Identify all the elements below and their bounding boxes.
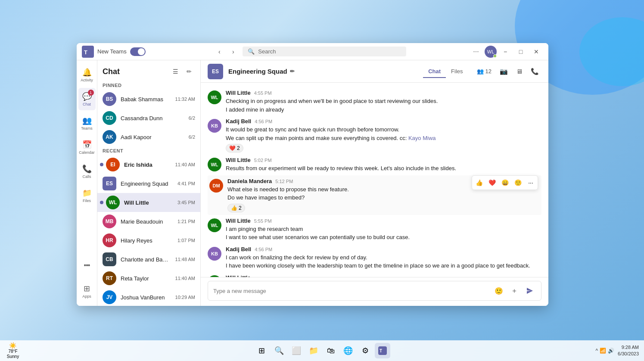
react-laugh[interactable]: 😄 [499,177,511,189]
taskbar-center: ⊞ 🔍 ⬜ 📁 🛍 🌐 ⚙ T [254,343,390,358]
maximize-button[interactable]: □ [514,45,528,59]
tab-chat[interactable]: Chat [423,65,446,78]
sidebar-item-chat[interactable]: 💬 1 Chat [78,88,96,110]
svg-text:T: T [380,349,382,353]
msg-avatar-will-1: WL [208,90,221,104]
mention-kayo[interactable]: Kayo Miwa [408,135,436,141]
taskbar-store-button[interactable]: 🛍 [323,343,339,358]
chat-time-hilary: 1:07 PM [177,238,195,243]
chat-item-hilary[interactable]: HR Hilary Reyes 1:07 PM [97,231,200,250]
chat-info-reta: Reta Taylor [121,275,171,282]
taskbar: ☀️ 78°F Sunny ⊞ 🔍 ⬜ 📁 🛍 🌐 ⚙ T ^ 📶 🔊 9:28… [0,340,644,361]
tab-files[interactable]: Files [446,65,468,78]
send-button[interactable] [524,285,536,297]
sidebar-item-calls[interactable]: 📞 Calls [78,160,96,183]
chat-info-engineering-squad: Engineering Squad [121,180,173,187]
react-heart[interactable]: ❤️ [486,177,498,189]
avatar-aadi: AK [103,130,116,144]
participants-button[interactable]: 👥 12 [473,66,495,76]
chat-info-marie: Marie Beaudouin [121,218,173,225]
sidebar-item-apps[interactable]: ⊞ Apps [78,280,96,302]
reaction-2[interactable]: ❤️ 2 [226,144,243,152]
msg-avatar-kadij-1: KB [208,119,221,133]
message-4: DM Daniela Mandera 5:12 PM What else is … [208,175,541,215]
close-button[interactable]: ✕ [529,45,543,59]
activity-icon: 🔔 [82,68,92,77]
forward-button[interactable]: › [227,46,239,58]
sidebar-item-calendar[interactable]: 📅 Calendar [78,136,96,159]
volume-icon[interactable]: 🔊 [608,348,614,354]
avatar-cassandra: CD [103,111,116,125]
chat-name-eric: Eric Ishida [124,162,171,168]
chat-item-aadi[interactable]: AK Aadi Kapoor 6/2 [97,128,200,146]
taskbar-windows-button[interactable]: ⊞ [254,343,270,358]
more-options-button[interactable]: ··· [469,45,483,59]
chat-item-will[interactable]: WL Will Little 3:45 PM [97,193,200,212]
sidebar-item-teams[interactable]: 👥 Teams [78,112,96,134]
msg-content-5: Will Little 5:55 PM I am pinging the res… [226,218,541,242]
message-action-bar-4: 👍 ❤️ 😄 🙂 ··· [472,175,538,190]
taskbar-weather[interactable]: ☀️ 78°F Sunny [5,343,21,358]
edit-name-icon[interactable]: ✏ [290,68,295,75]
taskbar-teams-button[interactable]: T [375,343,390,358]
avatar-engineering-squad: ES [103,177,116,190]
msg-text-3a: Results from our experiment will be read… [226,164,541,173]
taskbar-search-button[interactable]: 🔍 [271,343,287,358]
chat-item-eric[interactable]: EI Eric Ishida 11:40 AM [97,155,200,174]
sidebar-item-more[interactable]: ••• [78,254,96,277]
sidebar-item-activity[interactable]: 🔔 Activity [78,64,96,86]
video-meeting-button[interactable]: 📷 [497,65,510,78]
taskbar-settings-button[interactable]: ⚙ [358,343,373,358]
chat-item-babak[interactable]: BS Babak Shammas 11:32 AM [97,90,200,109]
chat-item-cassandra[interactable]: CD Cassandra Dunn 6/2 [97,109,200,128]
chat-item-marie[interactable]: MB Marie Beaudouin 1:21 PM [97,212,200,231]
react-more[interactable]: 🙂 [512,177,524,189]
msg-sender-6: Kadij Bell [226,246,251,252]
minimize-button[interactable]: − [498,45,512,59]
group-avatar: ES [208,64,223,79]
attach-button[interactable]: ＋ [508,285,520,297]
taskbar-chevron[interactable]: ^ [595,348,598,354]
chat-item-reta[interactable]: RT Reta Taylor 11:40 AM [97,269,200,288]
chat-time-eric: 11:40 AM [175,162,195,167]
search-icon: 🔍 [248,48,255,55]
message-more-options[interactable]: ··· [525,177,537,189]
call-button[interactable]: 📞 [528,65,541,78]
chat-info-eric: Eric Ishida [124,162,171,168]
filter-button[interactable]: ☰ [169,65,181,78]
chat-item-engineering-squad[interactable]: ES Engineering Squad 4:41 PM [97,174,200,193]
msg-sender-1: Will Little [226,90,251,96]
sidebar-item-files[interactable]: 📁 Files [78,184,96,207]
msg-time-4: 5:12 PM [275,179,293,184]
chat-header-info: Engineering Squad ✏ [228,68,418,75]
taskbar-edge-button[interactable]: 🌐 [340,343,356,358]
message-2: KB Kadij Bell 4:56 PM It would be great … [208,116,541,154]
msg-time-5: 5:55 PM [254,218,272,224]
msg-header-3: Will Little 5:02 PM [226,157,541,163]
new-chat-button[interactable]: ✏ [183,65,195,78]
calendar-icon: 📅 [82,140,92,149]
chat-name-marie: Marie Beaudouin [121,218,173,225]
new-teams-toggle[interactable] [130,47,146,56]
emoji-button[interactable]: 🙂 [493,285,505,297]
search-box[interactable]: 🔍 Search [243,47,406,56]
taskbar-clock[interactable]: 9:28 AM 6/30/2023 [618,344,639,358]
msg-time-6: 4:56 PM [255,247,272,252]
chat-item-charlotte-babak[interactable]: CB Charlotte and Babak 11:48 AM [97,250,200,269]
taskbar-taskview-button[interactable]: ⬜ [289,343,304,358]
msg-content-3: Will Little 5:02 PM Results from our exp… [226,157,541,173]
message-input[interactable] [213,288,489,294]
chat-item-joshua[interactable]: JV Joshua VanBuren 10:29 AM [97,288,200,306]
msg-sender-4: Daniela Mandera [227,178,272,184]
taskbar-browser-button[interactable]: 📁 [306,343,321,358]
react-thumbs-up[interactable]: 👍 [473,177,485,189]
screen-share-button[interactable]: 🖥 [512,65,526,78]
chat-time-babak: 11:32 AM [175,96,195,102]
msg-time-1: 4:55 PM [254,90,272,96]
user-avatar[interactable]: WL [485,46,497,58]
reaction-4[interactable]: 👍 2 [227,204,245,212]
back-button[interactable]: ‹ [213,46,225,58]
chat-name-aadi: Aadi Kapoor [121,134,184,140]
network-icon[interactable]: 📶 [600,348,606,354]
chat-list-panel: Chat ☰ ✏ Pinned BS Babak Shammas 11:32 A… [97,60,201,306]
